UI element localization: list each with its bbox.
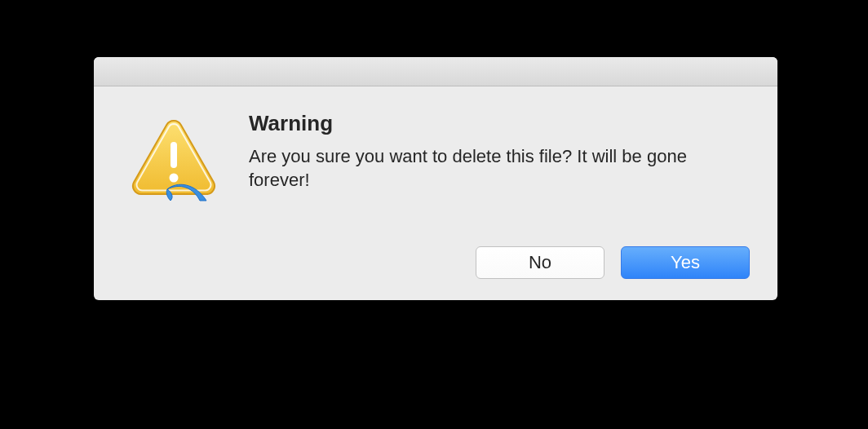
warning-icon-svg — [125, 113, 223, 210]
dialog-text: Warning Are you sure you want to delete … — [249, 109, 750, 214]
dialog-buttons: No Yes — [476, 246, 750, 279]
dialog-message: Are you sure you want to delete this fil… — [249, 144, 706, 192]
yes-button[interactable]: Yes — [621, 246, 750, 279]
dialog-title: Warning — [249, 111, 750, 136]
warning-icon — [122, 109, 226, 214]
dialog-content: Warning Are you sure you want to delete … — [94, 86, 777, 214]
svg-rect-0 — [170, 142, 177, 168]
no-button[interactable]: No — [476, 246, 604, 279]
svg-point-1 — [170, 174, 179, 183]
alert-dialog: Warning Are you sure you want to delete … — [94, 57, 777, 300]
titlebar — [94, 57, 777, 86]
